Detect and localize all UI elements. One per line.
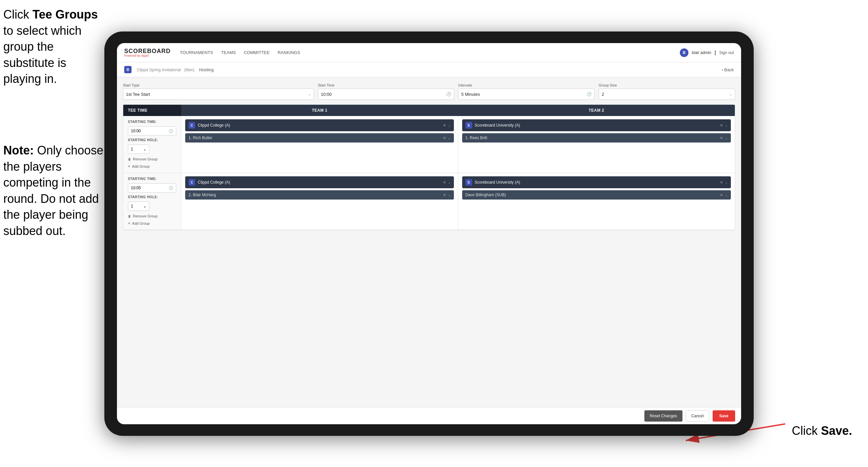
- time-input-1[interactable]: 10:00 🕐: [128, 126, 176, 136]
- time-input-2[interactable]: 10:05 🕐: [128, 183, 176, 193]
- team2-badge-group1: S: [465, 122, 472, 128]
- intervals-select[interactable]: 5 Minutes 🕐: [458, 88, 595, 100]
- start-time-chevron: 🕐: [446, 92, 451, 96]
- team2-close-group2[interactable]: ✕: [720, 180, 723, 185]
- intervals-chevron: 🕐: [587, 92, 592, 96]
- team1-card-group2[interactable]: C Clippd College (A) ✕ ⌄: [185, 176, 454, 188]
- player-name-1-team2-group1: 1. Rees Britt: [465, 136, 718, 140]
- player-controls-1-group2: ✕ ⌄: [443, 193, 451, 197]
- tee-table-header: Tee Time Team 1 Team 2: [123, 105, 735, 116]
- clock-icon-2: 🕐: [168, 186, 173, 190]
- col-tee-time: Tee Time: [123, 105, 181, 116]
- tablet-frame: SCOREBOARD Powered by clippd TOURNAMENTS…: [104, 31, 754, 436]
- tee-table: Tee Time Team 1 Team 2 STARTING TIME: 10…: [123, 105, 735, 230]
- reset-changes-button[interactable]: Reset Changes: [644, 410, 682, 421]
- save-button[interactable]: Save: [713, 410, 735, 421]
- team1-controls-group2: ✕ ⌄: [443, 180, 451, 185]
- hole-chevron-1: ⌄: [143, 147, 147, 151]
- intervals-label: Intervals: [458, 83, 595, 87]
- player-close-1-group2[interactable]: ✕: [443, 193, 446, 197]
- start-type-select[interactable]: 1st Tee Start ⌄: [123, 88, 314, 100]
- group-left-1: STARTING TIME: 10:00 🕐 STARTING HOLE: 1 …: [123, 116, 181, 173]
- start-time-group: Start Time 10:00 🕐: [318, 83, 455, 100]
- note-text: Note: Only choose the players competing …: [3, 143, 106, 239]
- team1-name-group1: Clippd College (A): [198, 123, 440, 127]
- team2-card-group1[interactable]: S Scoreboard University (A) ✕ ⌄: [462, 119, 731, 131]
- hole-input-1[interactable]: 1 ⌄: [128, 145, 149, 154]
- group-row-2: STARTING TIME: 10:05 🕐 STARTING HOLE: 1 …: [123, 173, 735, 230]
- team1-controls-group1: ✕ ⌄: [443, 123, 451, 127]
- player-row-1-team2-group1: 1. Rees Britt ✕ ⌄: [462, 133, 731, 143]
- click-save-label: Click Save.: [792, 424, 852, 438]
- group-size-group: Group Size 2 ⌄: [599, 83, 735, 100]
- logo-main: SCOREBOARD: [124, 48, 170, 54]
- subheader-hosting: Hosting: [199, 67, 214, 72]
- starting-time-label-2: STARTING TIME:: [128, 177, 176, 181]
- team2-chevron-group2[interactable]: ⌄: [725, 181, 727, 184]
- group-size-label: Group Size: [599, 83, 735, 87]
- add-group-button-1[interactable]: Add Group: [128, 164, 176, 169]
- nav-tournaments[interactable]: TOURNAMENTS: [180, 49, 213, 56]
- subheader: B Clippd Spring Invitational (Men) Hosti…: [117, 62, 741, 77]
- add-group-button-2[interactable]: Add Group: [128, 221, 176, 226]
- team2-name-group1: Scoreboard University (A): [475, 123, 718, 127]
- team2-card-group2[interactable]: S Scoreboard University (A) ✕ ⌄: [462, 176, 731, 188]
- team1-cell-group2: C Clippd College (A) ✕ ⌄ 2. Blair McHarg…: [181, 173, 458, 230]
- start-type-group: Start Type 1st Tee Start ⌄: [123, 83, 314, 100]
- player-chevron-1-group2[interactable]: ⌄: [448, 193, 451, 197]
- start-time-select[interactable]: 10:00 🕐: [318, 88, 455, 100]
- starting-time-label-1: STARTING TIME:: [128, 120, 176, 124]
- logo-sub: Powered by clippd: [124, 54, 170, 57]
- nav-right: B blair admin | Sign out: [680, 49, 734, 57]
- clock-icon-1: 🕐: [168, 129, 173, 133]
- group-row-1: STARTING TIME: 10:00 🕐 STARTING HOLE: 1 …: [123, 116, 735, 173]
- player-close-1-team2-group2[interactable]: ✕: [720, 193, 723, 197]
- tablet-screen: SCOREBOARD Powered by clippd TOURNAMENTS…: [117, 43, 741, 424]
- remove-group-button-1[interactable]: Remove Group: [128, 157, 176, 161]
- team2-close-group1[interactable]: ✕: [720, 123, 723, 127]
- player-close-1-group1[interactable]: ✕: [443, 136, 446, 140]
- team1-close-group1[interactable]: ✕: [443, 123, 446, 127]
- team1-cell-group1: C Clippd College (A) ✕ ⌄ 1. Rich Butler …: [181, 116, 458, 173]
- back-button[interactable]: Back: [721, 67, 734, 72]
- col-team2: Team 2: [458, 105, 735, 116]
- team1-card-group1[interactable]: C Clippd College (A) ✕ ⌄: [185, 119, 454, 131]
- logo-area: SCOREBOARD Powered by clippd: [124, 48, 170, 57]
- team1-chevron-group2[interactable]: ⌄: [448, 181, 451, 184]
- instruction-text: Click Tee Groups to select which group t…: [3, 7, 106, 87]
- team1-chevron-group1[interactable]: ⌄: [448, 124, 451, 127]
- team1-close-group2[interactable]: ✕: [443, 180, 446, 185]
- nav-signout[interactable]: Sign out: [719, 50, 734, 55]
- group-size-select[interactable]: 2 ⌄: [599, 88, 735, 100]
- team2-cell-group2: S Scoreboard University (A) ✕ ⌄ Dave Bil…: [458, 173, 735, 230]
- nav-committee[interactable]: COMMITTEE: [244, 49, 270, 56]
- player-controls-1-team2-group2: ✕ ⌄: [720, 193, 727, 197]
- player-row-1-team2-group2: Dave Billingham (SUB) ✕ ⌄: [462, 190, 731, 200]
- cancel-button[interactable]: Cancel: [686, 410, 709, 421]
- team2-name-group2: Scoreboard University (A): [475, 180, 718, 185]
- nav-user: blair admin: [692, 50, 711, 55]
- team2-controls-group2: ✕ ⌄: [720, 180, 727, 185]
- player-chevron-1-team2-group2[interactable]: ⌄: [725, 193, 727, 197]
- team2-chevron-group1[interactable]: ⌄: [725, 124, 727, 127]
- player-chevron-1-team2-group1[interactable]: ⌄: [725, 136, 727, 140]
- nav-teams[interactable]: TEAMS: [221, 49, 236, 56]
- team1-badge-group1: C: [188, 122, 195, 128]
- main-content: Start Type 1st Tee Start ⌄ Start Time 10…: [117, 77, 741, 407]
- nav-rankings[interactable]: RANKINGS: [278, 49, 300, 56]
- remove-group-button-2[interactable]: Remove Group: [128, 214, 176, 218]
- player-close-1-team2-group1[interactable]: ✕: [720, 136, 723, 140]
- team2-controls-group1: ✕ ⌄: [720, 123, 727, 127]
- team2-cell-group1: S Scoreboard University (A) ✕ ⌄ 1. Rees …: [458, 116, 735, 173]
- start-type-label: Start Type: [123, 83, 314, 87]
- start-time-label: Start Time: [318, 83, 455, 87]
- player-controls-1-team2-group1: ✕ ⌄: [720, 136, 727, 140]
- hole-input-2[interactable]: 1 ⌄: [128, 202, 149, 211]
- team1-badge-group2: C: [188, 179, 195, 185]
- player-row-1-group1: 1. Rich Butler ✕ ⌄: [185, 133, 454, 143]
- player-name-1-group1: 1. Rich Butler: [188, 136, 440, 140]
- subheader-title: Clippd Spring Invitational (Men): [135, 67, 194, 72]
- nav-avatar: B: [680, 49, 688, 57]
- intervals-group: Intervals 5 Minutes 🕐: [458, 83, 595, 100]
- player-chevron-1-group1[interactable]: ⌄: [448, 136, 451, 140]
